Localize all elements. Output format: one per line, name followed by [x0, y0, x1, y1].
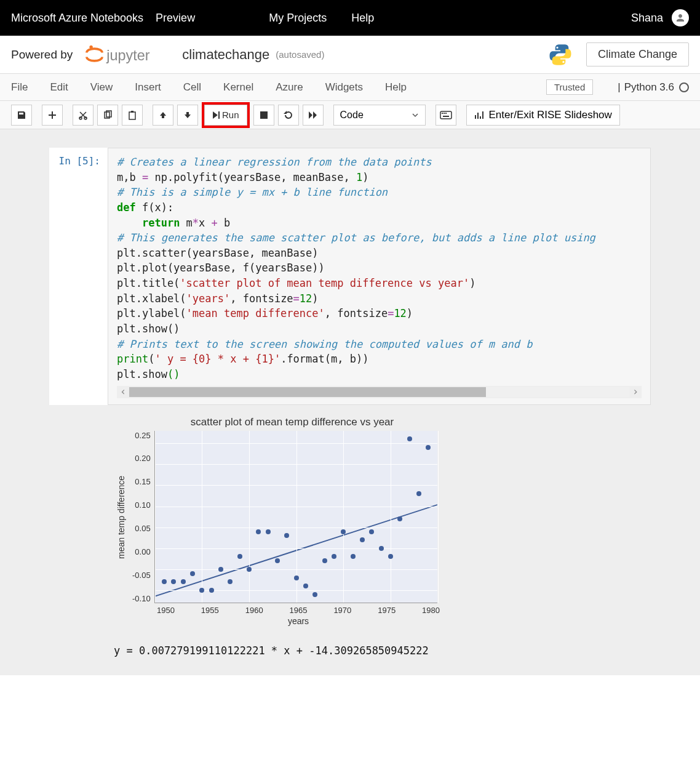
code-cell[interactable]: In [5]: # Creates a linear regression fr…: [49, 148, 651, 405]
user-avatar-icon[interactable]: [672, 9, 689, 26]
menu-cell[interactable]: Cell: [183, 81, 201, 94]
kernel-indicator: | Python 3.6: [618, 81, 689, 94]
run-button-highlight: Run: [202, 102, 250, 128]
menu-insert[interactable]: Insert: [135, 81, 161, 94]
paste-button[interactable]: [122, 105, 143, 126]
scroll-right-icon[interactable]: ›: [629, 384, 642, 399]
user-name[interactable]: Shana: [631, 12, 663, 25]
svg-rect-12: [445, 113, 447, 114]
menu-kernel[interactable]: Kernel: [223, 81, 253, 94]
svg-rect-6: [129, 112, 135, 119]
svg-rect-7: [131, 111, 133, 113]
svg-rect-11: [443, 113, 445, 114]
scatter-plot: scatter plot of mean temp difference vs …: [114, 416, 471, 626]
nav-help[interactable]: Help: [351, 12, 374, 25]
bar-chart-icon: [474, 110, 484, 120]
print-output: y = 0.007279199110122221 * x + -14.30926…: [114, 644, 651, 657]
notebook-title[interactable]: climatechange: [182, 47, 269, 63]
copy-button[interactable]: [97, 105, 118, 126]
rise-label: Enter/Exit RISE Slideshow: [489, 109, 612, 121]
menu-edit[interactable]: Edit: [50, 81, 68, 94]
menu-view[interactable]: View: [90, 81, 113, 94]
move-down-button[interactable]: [177, 105, 198, 126]
scroll-left-icon[interactable]: ‹: [117, 384, 129, 399]
preview-label[interactable]: Preview: [156, 12, 195, 25]
restart-run-all-button[interactable]: [303, 105, 324, 126]
kernel-select-button[interactable]: Climate Change: [586, 42, 689, 66]
kernel-name: Python 3.6: [624, 81, 674, 94]
chevron-down-icon: [412, 111, 419, 119]
brand-label: Microsoft Azure Notebooks: [11, 12, 143, 25]
jupyter-header: Powered by jupyter climatechange (autosa…: [0, 36, 700, 74]
svg-text:jupyter: jupyter: [106, 47, 150, 63]
x-axis-ticks: 1950195519601965197019751980: [157, 603, 440, 615]
code-editor[interactable]: # Creates a linear regression from the d…: [108, 148, 651, 405]
rise-slideshow-button[interactable]: Enter/Exit RISE Slideshow: [466, 105, 620, 126]
move-up-button[interactable]: [153, 105, 173, 126]
svg-rect-10: [442, 113, 443, 114]
notebook-area: In [5]: # Creates a linear regression fr…: [0, 129, 700, 675]
x-axis-label: years: [157, 616, 440, 626]
menu-azure[interactable]: Azure: [276, 81, 303, 94]
trusted-badge[interactable]: Trusted: [546, 79, 593, 95]
svg-rect-13: [443, 116, 449, 117]
menu-bar: File Edit View Insert Cell Kernel Azure …: [0, 74, 700, 101]
cell-output: scatter plot of mean temp difference vs …: [108, 405, 651, 657]
y-axis-ticks: 0.250.200.150.100.050.00-0.05-0.10: [129, 431, 154, 603]
add-cell-button[interactable]: [42, 105, 63, 126]
cut-button[interactable]: [73, 105, 93, 126]
y-axis-label: mean temp difference: [114, 431, 129, 603]
kernel-status-icon: [679, 82, 689, 92]
interrupt-button[interactable]: [253, 105, 274, 126]
svg-rect-8: [260, 111, 268, 119]
horizontal-scrollbar[interactable]: ‹ ›: [117, 386, 642, 398]
python-logo-icon: [548, 42, 573, 67]
autosaved-label: (autosaved): [276, 49, 324, 60]
nav-my-projects[interactable]: My Projects: [269, 12, 327, 25]
cell-prompt: In [5]:: [49, 148, 108, 405]
azure-top-bar: Microsoft Azure Notebooks Preview My Pro…: [0, 0, 700, 36]
powered-by-label: Powered by: [11, 48, 73, 62]
jupyter-logo-icon[interactable]: jupyter: [79, 44, 171, 66]
chart-title: scatter plot of mean temp difference vs …: [114, 416, 471, 428]
toolbar: Run Code Enter/Exit RISE Slideshow: [0, 101, 700, 129]
svg-rect-9: [440, 111, 451, 119]
run-button[interactable]: Run: [204, 105, 247, 126]
command-palette-button[interactable]: [436, 105, 456, 126]
menu-file[interactable]: File: [11, 81, 28, 94]
save-button[interactable]: [11, 105, 32, 126]
menu-help[interactable]: Help: [385, 81, 407, 94]
cell-type-select[interactable]: Code: [333, 105, 426, 126]
menu-widgets[interactable]: Widgets: [325, 81, 363, 94]
cell-type-value: Code: [340, 110, 364, 121]
restart-button[interactable]: [278, 105, 299, 126]
plot-area: [154, 431, 437, 603]
run-label: Run: [222, 110, 239, 120]
